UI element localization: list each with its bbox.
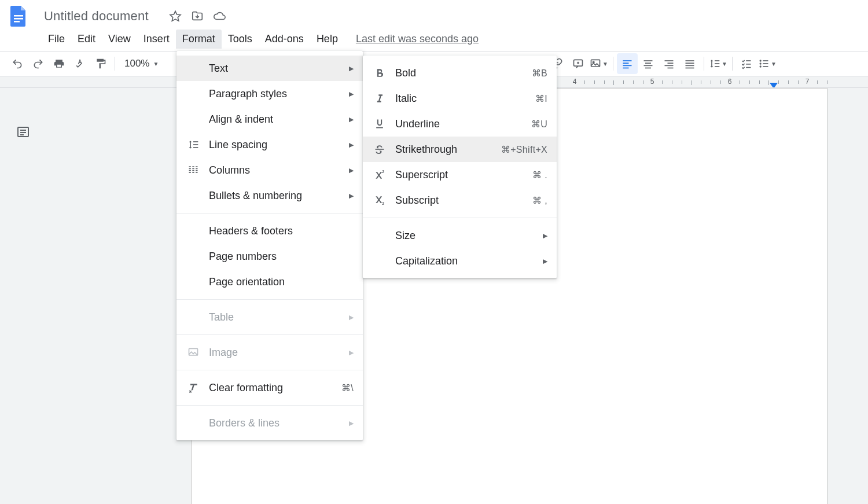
blank-icon	[186, 274, 201, 289]
chevron-down-icon: ▼	[602, 61, 608, 67]
format-paragraph-styles-item[interactable]: Paragraph styles ▶	[176, 81, 363, 106]
docs-logo[interactable]	[7, 5, 30, 28]
format-columns-item[interactable]: Columns ▶	[176, 157, 363, 183]
chevron-right-icon: ▶	[349, 192, 354, 200]
insert-image-button[interactable]: ▼	[589, 53, 609, 74]
undo-button[interactable]	[7, 53, 28, 74]
menu-tools[interactable]: Tools	[222, 30, 259, 49]
chevron-right-icon: ▶	[543, 232, 547, 240]
shortcut: ⌘B	[532, 68, 547, 79]
label: Capitalization	[395, 255, 536, 267]
line-spacing-button[interactable]: ▼	[708, 53, 729, 74]
format-line-spacing-item[interactable]: Line spacing ▶	[176, 132, 363, 157]
blank-icon	[186, 415, 201, 431]
blank-icon	[186, 188, 201, 203]
chevron-right-icon: ▶	[349, 314, 354, 321]
label: Clear formatting	[209, 382, 330, 394]
text-strikethrough-item[interactable]: Strikethrough ⌘+Shift+X	[363, 137, 557, 162]
svg-rect-45	[192, 166, 194, 167]
text-italic-item[interactable]: Italic ⌘I	[363, 86, 557, 111]
header: Untitled document	[0, 0, 868, 28]
svg-rect-20	[686, 65, 694, 67]
svg-point-29	[760, 62, 762, 64]
show-outline-button[interactable]	[14, 123, 32, 141]
label: Line spacing	[209, 139, 342, 151]
format-borders-lines-item: Borders & lines ▶	[176, 410, 363, 436]
strikethrough-icon	[372, 142, 387, 157]
svg-rect-55	[376, 149, 384, 150]
svg-rect-52	[196, 172, 197, 173]
print-button[interactable]	[49, 53, 69, 74]
redo-button[interactable]	[28, 53, 49, 74]
align-justify-button[interactable]	[679, 53, 700, 74]
separator	[732, 57, 733, 71]
format-text-item[interactable]: Text ▶	[176, 56, 363, 81]
text-submenu: Bold ⌘B Italic ⌘I Underline ⌘U Strikethr…	[363, 56, 557, 278]
chevron-right-icon: ▶	[349, 167, 354, 174]
menu-file[interactable]: File	[42, 30, 71, 49]
menu-insert[interactable]: Insert	[137, 30, 176, 49]
star-icon[interactable]	[168, 9, 182, 23]
add-comment-button[interactable]	[568, 53, 589, 74]
format-table-item: Table ▶	[176, 304, 363, 330]
format-page-orientation-item[interactable]: Page orientation	[176, 269, 363, 295]
align-left-button[interactable]	[617, 53, 638, 74]
svg-rect-7	[623, 62, 629, 64]
bulleted-list-button[interactable]: ▼	[757, 53, 778, 74]
blank-icon	[186, 310, 201, 325]
align-center-button[interactable]	[638, 53, 659, 74]
cloud-status-icon[interactable]	[212, 9, 226, 23]
text-subscript-item[interactable]: 2 Subscript ⌘ ,	[363, 187, 557, 213]
format-align-indent-item[interactable]: Align & indent ▶	[176, 106, 363, 132]
ruler-number: 5	[650, 78, 654, 86]
format-clear-formatting-item[interactable]: Clear formatting ⌘\	[176, 375, 363, 400]
svg-rect-21	[686, 68, 694, 69]
blank-icon	[186, 223, 201, 238]
text-bold-item[interactable]: Bold ⌘B	[363, 60, 557, 86]
menu-help[interactable]: Help	[310, 30, 344, 49]
svg-rect-11	[645, 62, 651, 64]
chevron-down-icon: ▼	[771, 61, 777, 67]
divider	[176, 370, 363, 370]
svg-rect-8	[623, 65, 632, 67]
last-edit-link[interactable]: Last edit was seconds ago	[356, 33, 479, 45]
svg-rect-1	[14, 18, 23, 20]
format-headers-footers-item[interactable]: Headers & footers	[176, 218, 363, 244]
text-capitalization-item[interactable]: Capitalization ▶	[363, 248, 557, 274]
document-title[interactable]: Untitled document	[41, 8, 152, 25]
checklist-button[interactable]	[736, 53, 757, 74]
format-page-numbers-item[interactable]: Page numbers	[176, 244, 363, 269]
text-underline-item[interactable]: Underline ⌘U	[363, 111, 557, 137]
label: Bullets & numbering	[209, 190, 342, 202]
divider	[176, 334, 363, 335]
svg-rect-19	[686, 62, 694, 64]
svg-rect-13	[645, 68, 651, 69]
label: Headers & footers	[209, 225, 354, 237]
text-superscript-item[interactable]: 2 Superscript ⌘ .	[363, 162, 557, 187]
svg-point-28	[760, 60, 762, 61]
svg-rect-14	[665, 60, 674, 61]
shortcut: ⌘ ,	[532, 195, 547, 206]
text-size-item[interactable]: Size ▶	[363, 223, 557, 248]
ruler-right-indent-marker[interactable]	[770, 82, 778, 88]
menu-edit[interactable]: Edit	[71, 30, 102, 49]
menu-addons[interactable]: Add-ons	[259, 30, 310, 49]
svg-rect-22	[715, 60, 719, 61]
align-right-button[interactable]	[659, 53, 679, 74]
title-row: Untitled document	[41, 8, 226, 25]
label: Subscript	[395, 194, 521, 207]
svg-rect-2	[14, 21, 20, 23]
spellcheck-button[interactable]	[69, 53, 90, 74]
svg-point-30	[760, 65, 762, 67]
menu-format[interactable]: Format	[176, 30, 222, 49]
paint-format-button[interactable]	[90, 53, 111, 74]
superscript-icon: 2	[372, 167, 387, 182]
bold-icon	[372, 65, 387, 80]
separator	[704, 57, 704, 71]
format-bullets-item[interactable]: Bullets & numbering ▶	[176, 183, 363, 208]
zoom-select[interactable]: 100% ▼	[119, 58, 165, 69]
svg-rect-24	[715, 66, 719, 67]
menu-view[interactable]: View	[102, 30, 137, 49]
move-icon[interactable]	[190, 9, 204, 23]
svg-rect-51	[196, 170, 197, 171]
